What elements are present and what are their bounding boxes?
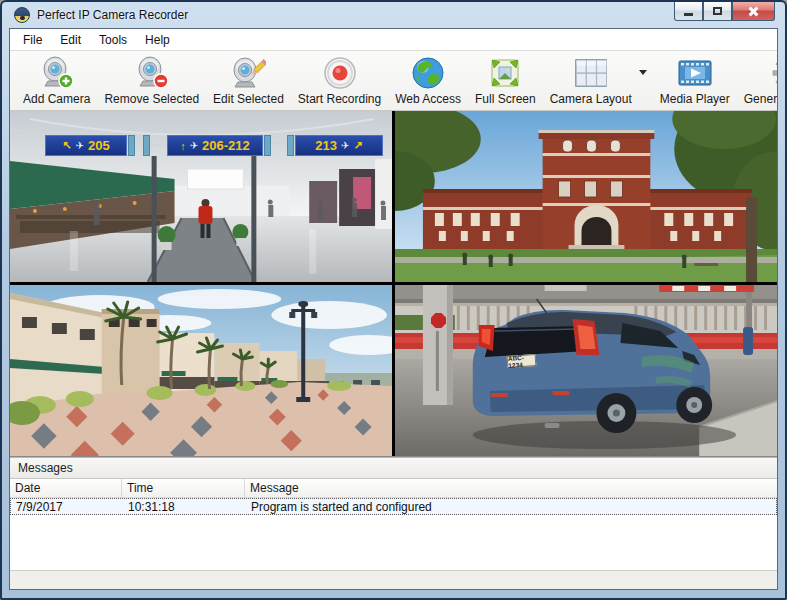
menu-edit[interactable]: Edit: [51, 30, 90, 50]
web-access-label: Web Access: [395, 92, 461, 106]
resize-grip-icon[interactable]: [772, 584, 774, 586]
toolbar: Add Camera Remove Selected: [10, 51, 777, 111]
stop-sign: [431, 313, 446, 328]
menu-file[interactable]: File: [14, 30, 51, 50]
media-player-button[interactable]: Media Player: [653, 54, 737, 108]
plane-icon: ✈: [341, 140, 349, 151]
column-header-date[interactable]: Date: [10, 479, 122, 497]
message-text: Program is started and configured: [246, 500, 776, 514]
minimize-icon: [684, 13, 693, 16]
menu-help[interactable]: Help: [136, 30, 179, 50]
camera-layout-label: Camera Layout: [550, 92, 632, 106]
window-title: Perfect IP Camera Recorder: [37, 8, 188, 22]
minimize-button[interactable]: [674, 2, 703, 21]
globe-icon: [411, 56, 445, 90]
record-icon: [323, 56, 357, 90]
add-camera-button[interactable]: Add Camera: [16, 54, 97, 108]
messages-list[interactable]: Date Time Message 7/9/2017 10:31:18 Prog…: [10, 479, 777, 570]
app-window: Perfect IP Camera Recorder File Edit Too…: [0, 0, 787, 600]
arrow-up-right-icon: ↗: [353, 139, 362, 152]
camera-feed-parking[interactable]: STOP ABC-1234: [395, 285, 777, 456]
web-access-button[interactable]: Web Access: [388, 54, 468, 108]
webcam-remove-icon: [134, 56, 170, 90]
license-plate: ABC-1234: [507, 354, 537, 368]
column-header-time[interactable]: Time: [122, 479, 245, 497]
filmstrip-play-icon: [677, 56, 713, 90]
messages-panel-header: Messages: [10, 457, 777, 479]
plane-icon: ✈: [76, 140, 84, 151]
grid-layout-icon: [573, 56, 609, 90]
menu-tools[interactable]: Tools: [90, 30, 136, 50]
plane-icon: ✈: [190, 140, 198, 151]
gate-sign-text: 213: [315, 138, 337, 153]
camera-feed-plaza[interactable]: [10, 285, 392, 456]
gate-sign-206-212: ↑ ✈ 206-212: [167, 135, 263, 156]
gate-sign-205: ↖ ✈ 205: [45, 135, 127, 156]
camera-layout-button[interactable]: Camera Layout: [543, 54, 639, 108]
column-header-message[interactable]: Message: [245, 479, 777, 497]
general-settings-button[interactable]: General Settings: [737, 54, 778, 108]
title-bar[interactable]: Perfect IP Camera Recorder: [9, 2, 778, 28]
camera-feed-airport[interactable]: ↖ ✈ 205 ↑ ✈ 206-212 213 ✈ ↗: [10, 111, 392, 282]
sign-tab: [143, 135, 150, 156]
plaza-scene: [10, 285, 392, 456]
gate-sign-text: 206-212: [202, 138, 250, 153]
start-recording-button[interactable]: Start Recording: [291, 54, 388, 108]
university-scene: [395, 111, 777, 282]
camera-layout-dropdown-icon[interactable]: [639, 70, 647, 75]
status-bar: [10, 570, 777, 589]
message-row[interactable]: 7/9/2017 10:31:18 Program is started and…: [10, 498, 777, 515]
gate-sign-213: 213 ✈ ↗: [295, 135, 383, 156]
camera-feed-university[interactable]: [395, 111, 777, 282]
remove-selected-button[interactable]: Remove Selected: [97, 54, 206, 108]
sign-tab: [264, 135, 271, 156]
edit-selected-label: Edit Selected: [213, 92, 284, 106]
add-camera-label: Add Camera: [23, 92, 90, 106]
camera-grid: ↖ ✈ 205 ↑ ✈ 206-212 213 ✈ ↗: [10, 111, 777, 457]
menu-bar: File Edit Tools Help: [10, 29, 777, 51]
maximize-icon: [713, 7, 722, 15]
start-recording-label: Start Recording: [298, 92, 381, 106]
sign-tab: [287, 135, 294, 156]
general-settings-label: General Settings: [744, 92, 778, 106]
webcam-edit-icon: [230, 56, 266, 90]
media-player-label: Media Player: [660, 92, 730, 106]
full-screen-label: Full Screen: [475, 92, 536, 106]
gate-sign-text: 205: [88, 138, 110, 153]
remove-selected-label: Remove Selected: [104, 92, 199, 106]
app-icon: [14, 7, 31, 24]
full-screen-button[interactable]: Full Screen: [468, 54, 543, 108]
messages-column-headers: Date Time Message: [10, 479, 777, 498]
messages-panel-title: Messages: [18, 461, 73, 475]
close-icon: [748, 6, 759, 17]
arrow-up-icon: ↑: [180, 140, 186, 152]
maximize-button[interactable]: [703, 2, 732, 21]
message-date: 7/9/2017: [11, 500, 123, 514]
message-time: 10:31:18: [123, 500, 246, 514]
webcam-add-icon: [39, 56, 75, 90]
arrow-up-left-icon: ↖: [62, 139, 71, 152]
close-button[interactable]: [732, 2, 775, 21]
gear-icon: [771, 56, 778, 90]
parking-scene: STOP: [395, 285, 777, 456]
sign-tab: [128, 135, 135, 156]
edit-selected-button[interactable]: Edit Selected: [206, 54, 291, 108]
fullscreen-icon: [488, 56, 522, 90]
